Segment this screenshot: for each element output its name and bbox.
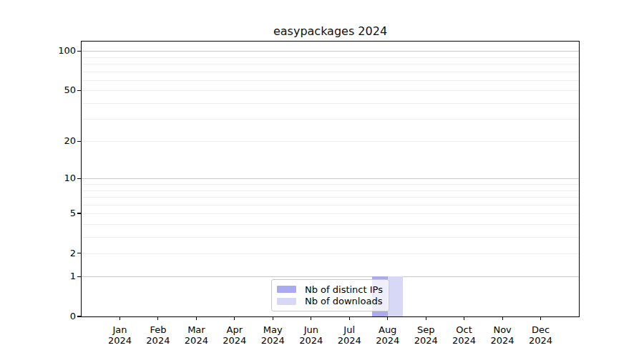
x-axis-month-label: Jul [328,324,371,335]
x-axis-tick-mark [234,316,235,320]
x-axis-year-label: 2024 [328,335,371,346]
x-axis-year-label: 2024 [481,335,524,346]
gridline-minor [82,213,579,214]
x-axis-tick-mark [119,316,120,320]
legend-item-distinct-ips: Nb of distinct IPs [277,284,384,295]
x-axis-tick-mark [502,316,503,320]
x-axis-year-label: 2024 [366,335,409,346]
download-stats-chart: easypackages 2024 Nb of distinct IPs Nb … [0,0,644,358]
gridline-minor [82,57,579,58]
x-axis-year-label: 2024 [99,335,142,346]
x-axis-month-label: Mar [175,324,218,335]
x-axis-month-label: Jan [99,324,142,335]
gridline-minor [82,72,579,72]
x-axis-month-label: Nov [481,324,524,335]
bar-downloads [388,276,403,316]
x-axis-year-label: 2024 [443,335,486,346]
y-axis-tick-mark [77,51,81,52]
x-axis-year-label: 2024 [404,335,447,346]
legend-label-distinct-ips: Nb of distinct IPs [305,284,383,295]
x-axis-month-label: Sep [404,324,447,335]
gridline-major [82,178,579,179]
x-axis-month-label: Aug [366,324,409,335]
y-axis-tick-label: 0 [29,310,76,323]
gridline-minor [82,141,579,142]
gridline-minor [82,184,579,185]
y-axis-tick-label: 20 [29,135,76,147]
x-axis-tick-mark [387,316,388,320]
gridline-minor [82,224,579,225]
gridline-minor [82,103,579,104]
y-axis-tick-label: 100 [29,44,76,57]
gridline-major [82,276,579,277]
gridline-minor [82,197,579,198]
x-axis-tick-mark [426,316,426,320]
chart-title: easypackages 2024 [81,24,580,38]
plot-area: Nb of distinct IPs Nb of downloads [81,41,580,317]
x-axis-tick-mark [464,316,464,320]
y-axis-tick-label: 2 [29,247,76,260]
y-axis-tick-mark [77,178,81,179]
gridline-minor [82,80,579,81]
x-axis-month-label: Apr [213,324,256,335]
gridline-minor [82,64,579,64]
x-axis-tick-mark [540,316,541,320]
legend-swatch-downloads [277,298,296,305]
y-axis-tick-mark [77,141,81,142]
gridline-minor [82,253,579,254]
y-axis-tick-mark [77,276,81,277]
gridline-minor [82,119,579,120]
y-axis-tick-mark [77,90,81,91]
x-axis-tick-mark [157,316,158,320]
x-axis-month-label: May [251,324,294,335]
x-axis-year-label: 2024 [290,335,333,346]
y-axis-tick-label: 50 [29,84,76,97]
x-axis-year-label: 2024 [519,335,562,346]
legend-swatch-distinct-ips [277,286,296,293]
x-axis-tick-mark [273,316,273,320]
y-axis-tick-label: 10 [29,172,76,185]
y-axis-tick-mark [77,253,81,253]
legend-item-downloads: Nb of downloads [277,296,384,306]
y-axis-tick-label: 5 [29,207,76,220]
gridline-minor [82,90,579,91]
x-axis-year-label: 2024 [213,335,256,346]
x-axis-year-label: 2024 [137,335,180,346]
gridline-minor [82,237,579,238]
legend-label-downloads: Nb of downloads [305,296,382,306]
legend: Nb of distinct IPs Nb of downloads [271,279,389,311]
x-axis-tick-mark [311,316,311,320]
y-axis-tick-mark [77,213,81,213]
x-axis-month-label: Dec [519,324,562,335]
y-axis-tick-mark [77,316,81,316]
x-axis-tick-mark [196,316,197,320]
x-axis-tick-mark [349,316,350,320]
x-axis-year-label: 2024 [251,335,294,346]
x-axis-month-label: Oct [443,324,486,335]
x-axis-month-label: Jun [290,324,333,335]
gridline-minor [82,190,579,191]
gridline-minor [82,205,579,205]
y-axis-tick-label: 1 [29,270,76,283]
gridline-major [82,51,579,52]
x-axis-month-label: Feb [137,324,180,335]
x-axis-year-label: 2024 [175,335,218,346]
